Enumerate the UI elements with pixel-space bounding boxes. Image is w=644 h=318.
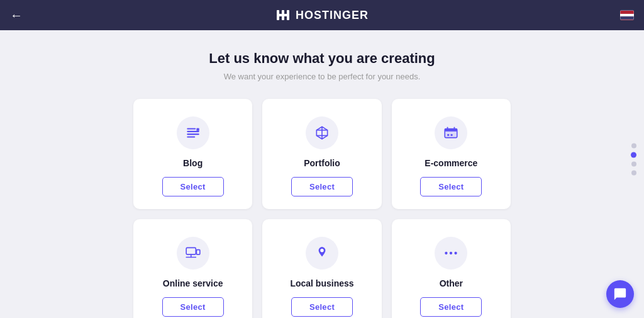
ecommerce-icon <box>443 125 459 141</box>
logo-icon <box>275 8 291 23</box>
other-label: Other <box>440 278 463 288</box>
cards-grid: Blog Select Portfolio Select <box>133 99 511 318</box>
page-title: Let us know what you are creating <box>209 50 435 67</box>
blog-icon-circle <box>177 116 209 149</box>
svg-rect-6 <box>187 131 199 132</box>
card-online-service: Online service Select <box>133 219 252 318</box>
ecommerce-label: E-commerce <box>425 158 477 168</box>
local-business-icon <box>314 245 330 261</box>
svg-rect-1 <box>282 10 284 20</box>
back-button[interactable]: ← <box>10 8 23 23</box>
scroll-dot-1 <box>631 143 636 148</box>
page-subtitle: We want your experience to be perfect fo… <box>224 72 421 81</box>
online-service-icon <box>185 245 201 261</box>
svg-point-18 <box>445 252 448 254</box>
svg-point-20 <box>455 252 457 254</box>
scroll-dot-3 <box>631 161 636 166</box>
svg-point-14 <box>451 134 453 136</box>
portfolio-label: Portfolio <box>304 158 340 168</box>
card-blog: Blog Select <box>133 99 252 209</box>
scroll-dot-2 <box>631 152 636 157</box>
ecommerce-icon-circle <box>435 116 467 149</box>
logo-text: HOSTINGER <box>296 9 369 22</box>
scroll-dot-4 <box>631 170 636 175</box>
local-business-label: Local business <box>290 278 353 288</box>
ecommerce-select-button[interactable]: Select <box>420 177 482 196</box>
svg-rect-9 <box>196 128 199 130</box>
local-business-select-button[interactable]: Select <box>291 297 353 317</box>
header: ← HOSTINGER <box>0 0 644 30</box>
svg-rect-16 <box>196 250 199 255</box>
blog-select-button[interactable]: Select <box>162 177 224 196</box>
other-icon-circle <box>435 237 467 270</box>
online-service-label: Online service <box>163 278 223 288</box>
svg-rect-5 <box>187 128 196 129</box>
svg-rect-12 <box>445 129 458 132</box>
svg-rect-7 <box>187 133 199 135</box>
language-button[interactable] <box>620 10 634 20</box>
svg-point-17 <box>320 249 323 252</box>
portfolio-select-button[interactable]: Select <box>291 177 353 196</box>
svg-rect-8 <box>187 136 195 137</box>
online-service-icon-circle <box>177 237 209 270</box>
portfolio-icon-circle <box>306 116 338 149</box>
svg-point-19 <box>450 252 452 254</box>
card-other: Other Select <box>392 219 511 318</box>
portfolio-icon <box>314 125 330 141</box>
scroll-dots <box>631 143 636 175</box>
svg-rect-4 <box>284 14 289 16</box>
online-service-select-button[interactable]: Select <box>162 297 224 317</box>
blog-label: Blog <box>183 158 203 168</box>
other-select-button[interactable]: Select <box>420 297 482 317</box>
svg-rect-3 <box>277 14 282 16</box>
local-business-icon-circle <box>306 237 338 270</box>
flag-icon <box>620 10 634 20</box>
card-local-business: Local business Select <box>262 219 381 318</box>
logo: HOSTINGER <box>275 8 369 23</box>
chat-icon <box>613 287 627 301</box>
other-icon <box>443 245 459 261</box>
blog-icon <box>185 125 201 141</box>
main-content: Let us know what you are creating We wan… <box>0 30 644 318</box>
card-portfolio: Portfolio Select <box>262 99 381 209</box>
chat-button[interactable] <box>606 280 634 308</box>
card-ecommerce: E-commerce Select <box>392 99 511 209</box>
svg-rect-15 <box>186 247 196 254</box>
svg-point-13 <box>447 134 449 136</box>
